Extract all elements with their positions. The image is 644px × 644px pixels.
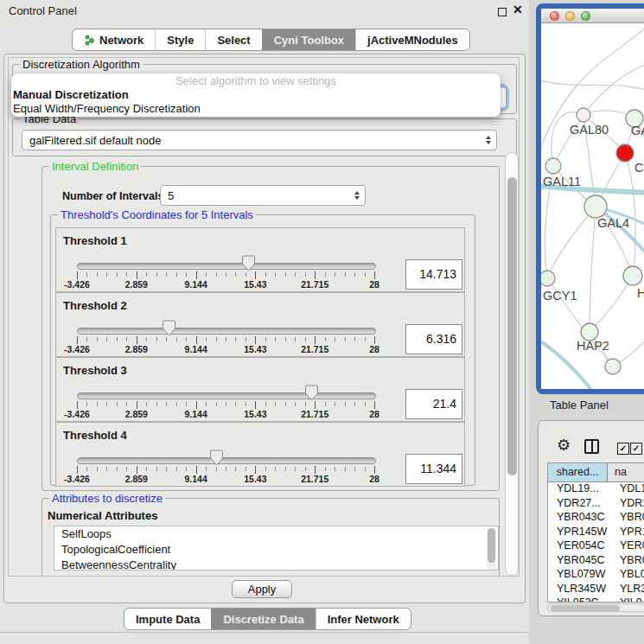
numerical-attributes-list[interactable]: SelfLoopsTopologicalCoefficientBetweenne…	[54, 526, 499, 571]
number-of-intervals-combobox[interactable]: 5	[160, 185, 366, 206]
table-cell[interactable]: YER0	[613, 539, 644, 554]
interval-definition-group-title: Interval Definition	[49, 160, 141, 173]
network-node[interactable]	[541, 271, 555, 286]
tab-style[interactable]: Style	[155, 29, 205, 50]
threshold-slider-track[interactable]	[77, 392, 376, 399]
threshold-slider-thumb[interactable]	[305, 385, 318, 401]
threshold-panel-1: Threshold 1-3.4262.8599.14415.4321.71528…	[55, 227, 465, 292]
table-cell[interactable]: YBR043C	[548, 511, 613, 526]
threshold-value-field[interactable]: 11.344	[405, 454, 462, 484]
checkbox-checked-icon[interactable]: ✓	[617, 443, 629, 455]
threshold-value-field[interactable]: 6.316	[405, 324, 462, 354]
slider-tick-label: -3.426	[64, 344, 90, 354]
attribute-item-selfloops[interactable]: SelfLoops	[54, 526, 498, 542]
column-header-na[interactable]: na	[608, 463, 644, 481]
table-row[interactable]: YER054CYER0	[548, 539, 644, 554]
table-cell[interactable]: YPR145W	[548, 526, 613, 540]
bottom-tab-discretize-data[interactable]: Discretize Data	[211, 609, 315, 629]
panel-scrollbar-thumb[interactable]	[507, 177, 517, 475]
table-cell[interactable]: YBR0	[613, 554, 644, 569]
threshold-value-field[interactable]: 14.713	[405, 259, 462, 290]
close-button[interactable]	[550, 11, 559, 21]
list-scrollbar-thumb[interactable]	[488, 528, 495, 563]
network-node[interactable]	[584, 195, 607, 218]
network-node[interactable]	[623, 266, 642, 285]
table-cell[interactable]: YPR1	[613, 526, 644, 540]
network-view-window[interactable]: GAL80GACGAL11GAL4GCY1HHAP2	[536, 3, 644, 394]
algorithm-option-equal-width-frequency-discretization[interactable]: Equal Width/Frequency Discretization	[11, 102, 501, 116]
slider-tick	[345, 402, 346, 406]
tab-network[interactable]: Network	[73, 29, 155, 50]
table-cell[interactable]: YBR0	[613, 511, 644, 526]
table-cell[interactable]: YLR3	[613, 583, 644, 597]
table-cell[interactable]: YER054C	[548, 539, 613, 554]
table-row[interactable]: YDL19...YDL1	[548, 482, 644, 497]
network-node[interactable]	[577, 108, 590, 122]
algorithm-option-manual-discretization[interactable]: Manual Discretization	[11, 88, 501, 102]
slider-tick	[137, 466, 137, 474]
table-cell[interactable]: YDR2	[613, 497, 644, 512]
table-row[interactable]: YBR043CYBR0	[548, 511, 644, 526]
threshold-value-field[interactable]: 21.4	[405, 389, 462, 419]
algorithm-popup-prompt: Select algorithm to view settings	[11, 73, 501, 88]
table-data-combobox[interactable]: galFiltered.sif default node	[22, 130, 497, 150]
network-node[interactable]	[616, 144, 634, 162]
table-cell[interactable]: YLR345W	[548, 583, 613, 597]
threshold-slider-track[interactable]	[77, 263, 376, 270]
slider-tick	[206, 337, 207, 341]
attribute-item-betweennesscentrality[interactable]: BetweennessCentrality	[54, 558, 498, 571]
network-canvas[interactable]: GAL80GACGAL11GAL4GCY1HHAP2	[541, 23, 644, 389]
table-horizontal-scrollbar-thumb[interactable]	[551, 605, 620, 611]
checkbox-checked-icon[interactable]: ✓	[630, 443, 642, 455]
table-row[interactable]: YBL079WYBL0	[548, 568, 644, 583]
network-edge[interactable]	[547, 207, 596, 278]
bottom-tab-infer-network[interactable]: Infer Network	[316, 609, 411, 629]
table-cell[interactable]: YBL079W	[548, 568, 613, 583]
gear-icon[interactable]: ⚙	[557, 436, 571, 455]
table-row[interactable]: YBR045CYBR0	[548, 554, 644, 569]
table-cell[interactable]: YDL19...	[548, 482, 613, 497]
network-edge[interactable]	[541, 23, 644, 157]
network-edge[interactable]	[583, 58, 644, 115]
close-panel-icon[interactable]: ✕	[513, 3, 523, 16]
threshold-slider-thumb[interactable]	[210, 450, 223, 466]
bottom-tab-impute-data[interactable]: Impute Data	[124, 609, 211, 629]
network-node[interactable]	[605, 359, 621, 374]
table-row[interactable]: YDR27...YDR2	[548, 497, 644, 512]
network-edge[interactable]	[541, 80, 644, 97]
table-cell[interactable]: YDR27...	[548, 497, 613, 512]
table-cell[interactable]: YIL053C	[548, 596, 613, 603]
network-node[interactable]	[545, 158, 561, 174]
minimize-button[interactable]	[565, 11, 575, 21]
threshold-slider-thumb[interactable]	[242, 255, 255, 271]
threshold-slider-track[interactable]	[77, 328, 376, 335]
threshold-label: Threshold 2	[63, 299, 127, 312]
attribute-item-topologicalcoefficient[interactable]: TopologicalCoefficient	[54, 542, 498, 558]
slider-tick	[196, 466, 197, 474]
table-row[interactable]: YLR345WYLR3	[548, 583, 644, 597]
node-attribute-table: shared...na YDL19...YDL1YDR27...YDR2YBR0…	[547, 462, 644, 603]
slider-tick	[305, 272, 306, 277]
tab-jactivemnodules[interactable]: jActiveMNodules	[355, 29, 469, 50]
zoom-button[interactable]	[581, 11, 590, 21]
float-panel-icon[interactable]	[498, 8, 507, 16]
table-cell[interactable]: YBR045C	[548, 554, 613, 569]
threshold-slider-track[interactable]	[77, 457, 376, 464]
slider-tick-label: 2.859	[125, 409, 148, 419]
slider-tick	[354, 272, 355, 277]
table-cell[interactable]: YBL0	[613, 568, 644, 583]
network-node[interactable]	[581, 323, 598, 341]
slider-tick	[137, 336, 137, 344]
column-header-shared[interactable]: shared...	[548, 463, 608, 481]
table-row[interactable]: YIL053CYIL0	[548, 596, 644, 603]
columns-icon[interactable]	[584, 439, 599, 454]
tab-cyni-toolbox[interactable]: Cyni Toolbox	[262, 29, 355, 50]
table-cell[interactable]: YDL1	[613, 482, 644, 497]
table-row[interactable]: YPR145WYPR1	[548, 526, 644, 540]
network-edge[interactable]	[590, 276, 633, 332]
network-edge[interactable]	[590, 207, 596, 332]
table-cell[interactable]: YIL0	[613, 596, 642, 603]
threshold-slider-thumb[interactable]	[163, 320, 175, 336]
apply-button[interactable]: Apply	[232, 580, 292, 598]
tab-select[interactable]: Select	[205, 29, 261, 50]
